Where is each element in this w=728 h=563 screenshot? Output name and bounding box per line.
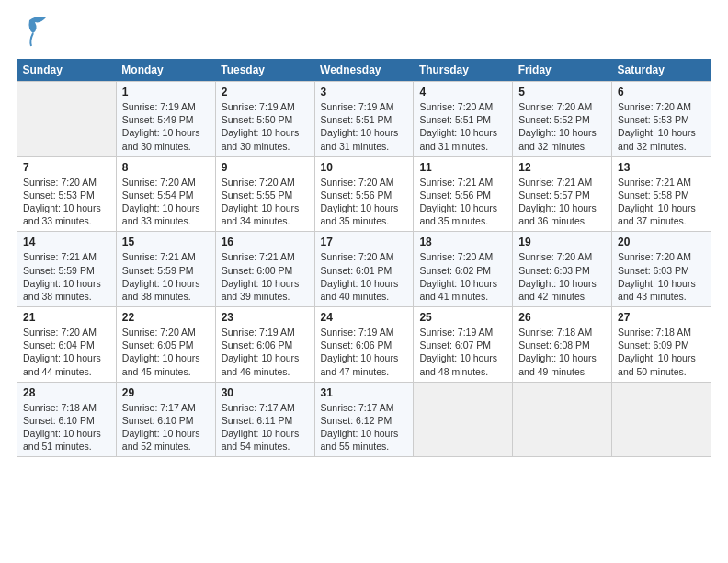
- day-info: Sunrise: 7:20 AM Sunset: 6:03 PM Dayligh…: [618, 250, 705, 303]
- header-day-wednesday: Wednesday: [314, 59, 414, 82]
- day-info: Sunrise: 7:20 AM Sunset: 5:55 PM Dayligh…: [222, 176, 309, 228]
- logo: [17, 17, 48, 50]
- day-info: Sunrise: 7:21 AM Sunset: 5:57 PM Dayligh…: [518, 176, 606, 228]
- day-number: 18: [419, 236, 506, 248]
- header-day-friday: Friday: [513, 59, 612, 82]
- day-info: Sunrise: 7:20 AM Sunset: 5:53 PM Dayligh…: [618, 100, 705, 153]
- day-info: Sunrise: 7:19 AM Sunset: 6:06 PM Dayligh…: [321, 326, 408, 378]
- day-number: 5: [518, 86, 606, 98]
- calendar-cell: 20Sunrise: 7:20 AM Sunset: 6:03 PM Dayli…: [612, 232, 711, 307]
- day-info: Sunrise: 7:21 AM Sunset: 5:56 PM Dayligh…: [419, 176, 506, 228]
- header: [17, 17, 711, 50]
- header-day-tuesday: Tuesday: [215, 59, 314, 82]
- day-number: 24: [321, 311, 408, 324]
- calendar-cell: 22Sunrise: 7:20 AM Sunset: 6:05 PM Dayli…: [116, 307, 215, 383]
- calendar-cell: 18Sunrise: 7:20 AM Sunset: 6:02 PM Dayli…: [414, 232, 513, 307]
- calendar-cell: 7Sunrise: 7:20 AM Sunset: 5:53 PM Daylig…: [17, 156, 117, 232]
- calendar-cell: 24Sunrise: 7:19 AM Sunset: 6:06 PM Dayli…: [314, 307, 414, 383]
- day-number: 31: [321, 386, 408, 399]
- day-number: 12: [518, 161, 606, 174]
- calendar-cell: 5Sunrise: 7:20 AM Sunset: 5:52 PM Daylig…: [513, 82, 612, 157]
- day-info: Sunrise: 7:20 AM Sunset: 6:02 PM Dayligh…: [419, 250, 506, 303]
- day-number: 30: [222, 386, 309, 399]
- week-row-5: 28Sunrise: 7:18 AM Sunset: 6:10 PM Dayli…: [17, 382, 711, 457]
- calendar-cell: 14Sunrise: 7:21 AM Sunset: 5:59 PM Dayli…: [17, 232, 117, 307]
- day-number: 26: [518, 311, 606, 324]
- day-number: 10: [321, 161, 408, 174]
- calendar-cell: 9Sunrise: 7:20 AM Sunset: 5:55 PM Daylig…: [215, 156, 314, 232]
- day-number: 28: [23, 386, 110, 399]
- week-row-1: 1Sunrise: 7:19 AM Sunset: 5:49 PM Daylig…: [17, 82, 711, 157]
- day-info: Sunrise: 7:20 AM Sunset: 6:01 PM Dayligh…: [321, 250, 408, 303]
- calendar-cell: 15Sunrise: 7:21 AM Sunset: 5:59 PM Dayli…: [116, 232, 215, 307]
- calendar-cell: 19Sunrise: 7:20 AM Sunset: 6:03 PM Dayli…: [513, 232, 612, 307]
- calendar-cell: 25Sunrise: 7:19 AM Sunset: 6:07 PM Dayli…: [414, 307, 513, 383]
- day-info: Sunrise: 7:20 AM Sunset: 5:56 PM Dayligh…: [321, 176, 408, 228]
- day-info: Sunrise: 7:20 AM Sunset: 6:03 PM Dayligh…: [518, 250, 606, 303]
- day-number: 27: [618, 311, 705, 324]
- calendar-cell: 29Sunrise: 7:17 AM Sunset: 6:10 PM Dayli…: [116, 382, 215, 457]
- day-number: 16: [222, 236, 309, 248]
- day-info: Sunrise: 7:19 AM Sunset: 5:50 PM Dayligh…: [222, 100, 309, 153]
- day-info: Sunrise: 7:20 AM Sunset: 6:05 PM Dayligh…: [122, 326, 210, 378]
- day-number: 4: [419, 86, 506, 98]
- calendar-cell: [414, 382, 513, 457]
- day-info: Sunrise: 7:21 AM Sunset: 5:59 PM Dayligh…: [122, 250, 210, 303]
- calendar-cell: 16Sunrise: 7:21 AM Sunset: 6:00 PM Dayli…: [215, 232, 314, 307]
- calendar-cell: 28Sunrise: 7:18 AM Sunset: 6:10 PM Dayli…: [17, 382, 117, 457]
- page: SundayMondayTuesdayWednesdayThursdayFrid…: [0, 0, 728, 563]
- day-number: 22: [122, 311, 210, 324]
- day-number: 13: [618, 161, 705, 174]
- day-number: 19: [518, 236, 606, 248]
- day-info: Sunrise: 7:18 AM Sunset: 6:10 PM Dayligh…: [23, 401, 110, 454]
- calendar-cell: 8Sunrise: 7:20 AM Sunset: 5:54 PM Daylig…: [116, 156, 215, 232]
- calendar-cell: [17, 82, 117, 157]
- day-number: 23: [222, 311, 309, 324]
- day-number: 9: [222, 161, 309, 174]
- calendar-cell: [513, 382, 612, 457]
- day-info: Sunrise: 7:21 AM Sunset: 6:00 PM Dayligh…: [222, 250, 309, 303]
- day-number: 7: [23, 161, 110, 174]
- calendar-cell: 2Sunrise: 7:19 AM Sunset: 5:50 PM Daylig…: [215, 82, 314, 157]
- day-info: Sunrise: 7:18 AM Sunset: 6:08 PM Dayligh…: [518, 326, 606, 378]
- day-info: Sunrise: 7:17 AM Sunset: 6:10 PM Dayligh…: [122, 401, 210, 454]
- calendar-cell: 17Sunrise: 7:20 AM Sunset: 6:01 PM Dayli…: [314, 232, 414, 307]
- day-number: 11: [419, 161, 506, 174]
- calendar-cell: 10Sunrise: 7:20 AM Sunset: 5:56 PM Dayli…: [314, 156, 414, 232]
- logo-bird-icon: [20, 13, 48, 50]
- calendar-cell: 21Sunrise: 7:20 AM Sunset: 6:04 PM Dayli…: [17, 307, 117, 383]
- day-number: 1: [122, 86, 210, 98]
- calendar-cell: 13Sunrise: 7:21 AM Sunset: 5:58 PM Dayli…: [612, 156, 711, 232]
- day-number: 25: [419, 311, 506, 324]
- calendar-cell: 6Sunrise: 7:20 AM Sunset: 5:53 PM Daylig…: [612, 82, 711, 157]
- week-row-2: 7Sunrise: 7:20 AM Sunset: 5:53 PM Daylig…: [17, 156, 711, 232]
- day-info: Sunrise: 7:20 AM Sunset: 5:53 PM Dayligh…: [23, 176, 110, 228]
- day-info: Sunrise: 7:21 AM Sunset: 5:58 PM Dayligh…: [618, 176, 705, 228]
- calendar-cell: 11Sunrise: 7:21 AM Sunset: 5:56 PM Dayli…: [414, 156, 513, 232]
- header-day-saturday: Saturday: [612, 59, 711, 82]
- day-info: Sunrise: 7:17 AM Sunset: 6:11 PM Dayligh…: [222, 401, 309, 454]
- day-info: Sunrise: 7:19 AM Sunset: 5:51 PM Dayligh…: [321, 100, 408, 153]
- calendar-cell: [612, 382, 711, 457]
- calendar-cell: 31Sunrise: 7:17 AM Sunset: 6:12 PM Dayli…: [314, 382, 414, 457]
- calendar-cell: 12Sunrise: 7:21 AM Sunset: 5:57 PM Dayli…: [513, 156, 612, 232]
- day-number: 6: [618, 86, 705, 98]
- calendar-cell: 3Sunrise: 7:19 AM Sunset: 5:51 PM Daylig…: [314, 82, 414, 157]
- calendar-table: SundayMondayTuesdayWednesdayThursdayFrid…: [17, 59, 711, 457]
- header-row: SundayMondayTuesdayWednesdayThursdayFrid…: [17, 59, 711, 82]
- day-number: 29: [122, 386, 210, 399]
- day-number: 14: [23, 236, 110, 248]
- day-number: 17: [321, 236, 408, 248]
- day-info: Sunrise: 7:21 AM Sunset: 5:59 PM Dayligh…: [23, 250, 110, 303]
- calendar-cell: 1Sunrise: 7:19 AM Sunset: 5:49 PM Daylig…: [116, 82, 215, 157]
- calendar-cell: 27Sunrise: 7:18 AM Sunset: 6:09 PM Dayli…: [612, 307, 711, 383]
- day-number: 2: [222, 86, 309, 98]
- week-row-4: 21Sunrise: 7:20 AM Sunset: 6:04 PM Dayli…: [17, 307, 711, 383]
- day-number: 15: [122, 236, 210, 248]
- day-number: 3: [321, 86, 408, 98]
- calendar-cell: 4Sunrise: 7:20 AM Sunset: 5:51 PM Daylig…: [414, 82, 513, 157]
- calendar-cell: 30Sunrise: 7:17 AM Sunset: 6:11 PM Dayli…: [215, 382, 314, 457]
- day-info: Sunrise: 7:19 AM Sunset: 6:06 PM Dayligh…: [222, 326, 309, 378]
- day-number: 8: [122, 161, 210, 174]
- day-info: Sunrise: 7:17 AM Sunset: 6:12 PM Dayligh…: [321, 401, 408, 454]
